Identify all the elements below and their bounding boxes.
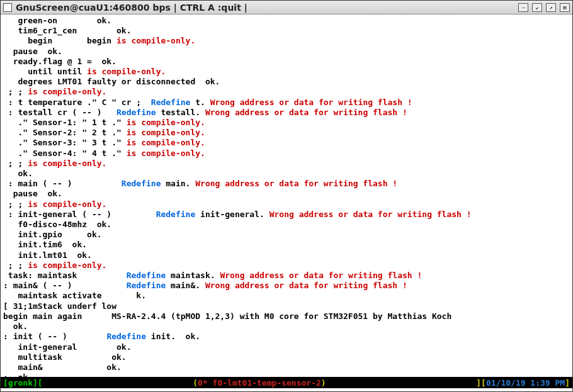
- terminal-output[interactable]: green-on ok. tim6_cr1_cen ok. begin begi…: [1, 14, 572, 377]
- terminal-line: pause ok.: [3, 189, 570, 199]
- status-clock: ][01/10/19 1:39 PM]: [476, 378, 570, 388]
- terminal-line: ; ; is compile-only.: [3, 199, 570, 210]
- terminal-line: ." Sensor-4: " 4 t ." is compile-only.: [3, 148, 570, 159]
- terminal-line: init.gpio ok.: [3, 230, 570, 240]
- terminal-line: [ 31;1mStack underf low: [3, 301, 570, 311]
- terminal-line: ; ; is compile-only.: [3, 87, 570, 97]
- terminal-line: maintask activate k.: [3, 291, 570, 301]
- terminal-line: : init ( -- ) Redefine init. ok.: [3, 332, 570, 342]
- terminal-line: main& ok.: [3, 362, 570, 372]
- terminal-line: init.tim6 ok.: [3, 240, 570, 250]
- terminal-line: ." Sensor-3: " 3 t ." is compile-only.: [3, 138, 570, 148]
- terminal-line: ; ; is compile-only.: [3, 260, 570, 271]
- terminal-line: : t temperature ." C " cr ; Redefine t. …: [3, 98, 570, 108]
- terminal-line: pause ok.: [3, 47, 570, 57]
- terminal-line: ; ; is compile-only.: [3, 159, 570, 169]
- terminal-line: begin main again MS-RA-2.4.4 (tpMOD 1,2,…: [3, 311, 570, 322]
- window-rollup-button[interactable]: ⏤: [518, 3, 528, 12]
- terminal-line: : main& ( -- ) Redefine main&. Wrong add…: [3, 281, 570, 291]
- terminal-line: : main ( -- ) Redefine main. Wrong addre…: [3, 179, 570, 189]
- terminal-line: init-general ok.: [3, 342, 570, 352]
- terminal-line: init.lmt01 ok.: [3, 250, 570, 260]
- terminal-line: task: maintask Redefine maintask. Wrong …: [3, 271, 570, 281]
- terminal-line: until until is compile-only.: [3, 67, 570, 77]
- terminal-line: ." Sensor-2: " 2 t ." is compile-only.: [3, 128, 570, 138]
- app-icon: [3, 3, 12, 12]
- status-host: [gronk][: [3, 378, 43, 388]
- terminal-line: f0-disco-48mhz ok.: [3, 220, 570, 230]
- terminal-line: multitask ok.: [3, 352, 570, 362]
- terminal-line: ready.flag @ 1 = ok.: [3, 57, 570, 67]
- terminal-line: green-on ok.: [3, 16, 570, 26]
- terminal-line: ok.: [3, 322, 570, 332]
- window-title: GnuScreen@cuaU1:460800 bps | CTRL A :qui…: [16, 3, 514, 13]
- status-window-list: (0* f0-lmt01-temp-sensor-2): [43, 378, 477, 388]
- terminal-line: ok.: [3, 169, 570, 179]
- screen-statusbar: [gronk][ (0* f0-lmt01-temp-sensor-2) ][0…: [1, 377, 572, 388]
- terminal-line: : init-general ( -- ) Redefine init-gene…: [3, 210, 570, 220]
- terminal-line: tim6_cr1_cen ok.: [3, 26, 570, 36]
- terminal-line: : testall cr ( -- ) Redefine testall. Wr…: [3, 108, 570, 118]
- window-close-button[interactable]: ⊠: [560, 3, 570, 12]
- terminal-line: degrees LMT01 faulty or disconnected ok.: [3, 77, 570, 87]
- window-minimize-button[interactable]: ↙: [532, 3, 542, 12]
- terminal-line: begin begin is compile-only.: [3, 36, 570, 46]
- terminal-line: ; ok.: [3, 372, 570, 377]
- window-maximize-button[interactable]: ↗: [546, 3, 556, 12]
- window-titlebar: GnuScreen@cuaU1:460800 bps | CTRL A :qui…: [1, 1, 572, 14]
- terminal-line: ." Sensor-1: " 1 t ." is compile-only.: [3, 118, 570, 128]
